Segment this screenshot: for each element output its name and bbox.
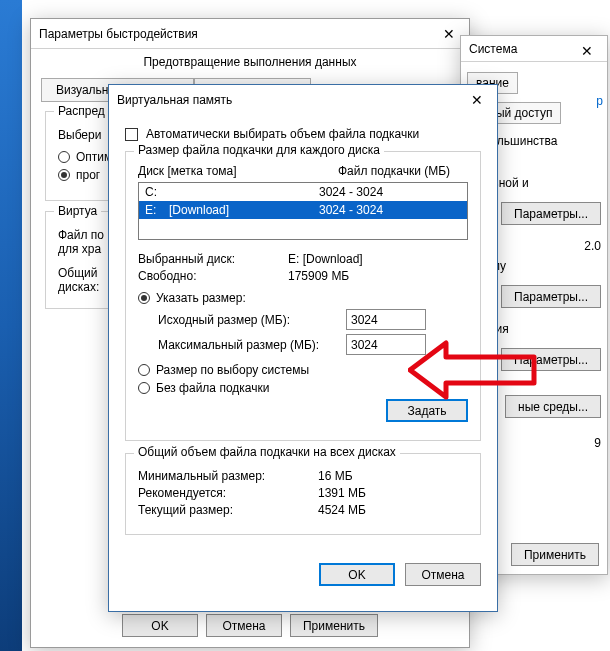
drive-size: 3024 - 3024 <box>299 203 467 217</box>
cur-value: 4524 МБ <box>318 503 366 517</box>
per-drive-group: Размер файла подкачки для каждого диска … <box>125 151 481 441</box>
max-size-row: Максимальный размер (МБ): <box>158 334 468 355</box>
vm-dialog-buttons: OK Отмена <box>109 557 497 586</box>
radio-icon <box>138 364 150 376</box>
cancel-button[interactable]: Отмена <box>405 563 481 586</box>
env-vars-button[interactable]: ные среды... <box>505 395 601 418</box>
set-button[interactable]: Задать <box>386 399 468 422</box>
close-icon[interactable]: ✕ <box>457 85 497 115</box>
initial-size-row: Исходный размер (МБ): <box>158 309 468 330</box>
rec-label: Рекомендуется: <box>138 486 318 500</box>
virtual-memory-dialog: Виртуальная память ✕ Автоматически выбир… <box>108 84 498 612</box>
vm-titlebar: Виртуальная память ✕ <box>109 85 497 115</box>
opt-custom-size[interactable]: Указать размер: <box>138 291 468 305</box>
opt-services-label: прог <box>76 168 100 182</box>
opt-custom-label: Указать размер: <box>156 291 246 305</box>
initial-size-input[interactable] <box>346 309 426 330</box>
max-size-label: Максимальный размер (МБ): <box>158 338 338 352</box>
params-button[interactable]: Параметры... <box>501 202 601 225</box>
dep-header: Предотвращение выполнения данных <box>31 49 469 71</box>
vm-title: Виртуальная память <box>117 93 232 107</box>
selected-drive-label: Выбранный диск: <box>138 252 288 266</box>
radio-icon <box>138 292 150 304</box>
checkbox-icon <box>125 128 138 141</box>
cur-label: Текущий размер: <box>138 503 318 517</box>
free-space-label: Свободно: <box>138 269 288 283</box>
selected-drive-value: E: [Download] <box>288 252 363 266</box>
apply-button[interactable]: Применить <box>290 614 378 637</box>
perf-title: Параметры быстродействия <box>39 27 198 41</box>
opt-system-label: Размер по выбору системы <box>156 363 309 377</box>
drive-size: 3024 - 3024 <box>299 185 467 199</box>
selected-drive-row: Выбранный диск: E: [Download] <box>138 252 468 266</box>
radio-icon <box>138 382 150 394</box>
free-space-row: Свободно: 175909 МБ <box>138 269 468 283</box>
rec-value: 1391 МБ <box>318 486 366 500</box>
col-size: Файл подкачки (МБ) <box>338 164 450 178</box>
drive-label: [Download] <box>169 203 299 217</box>
apply-button[interactable]: Применить <box>511 543 599 566</box>
scheduling-title: Распред <box>54 104 109 118</box>
params-button[interactable]: Параметры... <box>501 285 601 308</box>
opt-system-managed[interactable]: Размер по выбору системы <box>138 363 468 377</box>
vm-group-title: Виртуа <box>54 204 101 218</box>
opt-no-paging[interactable]: Без файла подкачки <box>138 381 468 395</box>
drive-list-header: Диск [метка тома] Файл подкачки (МБ) <box>138 164 468 178</box>
drive-letter: C: <box>139 185 169 199</box>
ok-button[interactable]: OK <box>319 563 395 586</box>
perf-dialog-buttons: OK Отмена Применить <box>31 614 469 637</box>
total-group: Общий объем файла подкачки на всех диска… <box>125 453 481 535</box>
min-label: Минимальный размер: <box>138 469 318 483</box>
drive-row-c[interactable]: C: 3024 - 3024 <box>139 183 467 201</box>
drive-row-e[interactable]: E: [Download] 3024 - 3024 <box>139 201 467 219</box>
min-value: 16 МБ <box>318 469 353 483</box>
max-size-input[interactable] <box>346 334 426 355</box>
sys-titlebar: Система ✕ <box>461 36 607 62</box>
total-group-title: Общий объем файла подкачки на всех диска… <box>134 445 400 459</box>
close-icon[interactable]: ✕ <box>567 36 607 66</box>
ok-button[interactable]: OK <box>122 614 198 637</box>
drive-letter: E: <box>139 203 169 217</box>
drive-list[interactable]: C: 3024 - 3024 E: [Download] 3024 - 3024 <box>138 182 468 240</box>
radio-icon <box>58 151 70 163</box>
radio-icon <box>58 169 70 181</box>
link-fragment[interactable]: р <box>596 94 603 108</box>
auto-manage-label: Автоматически выбирать объем файла подка… <box>146 127 419 141</box>
params-button[interactable]: Параметры... <box>501 348 601 371</box>
col-drive: Диск [метка тома] <box>138 164 298 178</box>
opt-none-label: Без файла подкачки <box>156 381 269 395</box>
desktop-background <box>0 0 22 651</box>
perf-titlebar: Параметры быстродействия ✕ <box>31 19 469 49</box>
cancel-button[interactable]: Отмена <box>206 614 282 637</box>
auto-manage-checkbox[interactable]: Автоматически выбирать объем файла подка… <box>125 127 481 141</box>
sys-title: Система <box>469 42 517 56</box>
free-space-value: 175909 МБ <box>288 269 349 283</box>
per-drive-title: Размер файла подкачки для каждого диска <box>134 143 384 157</box>
initial-size-label: Исходный размер (МБ): <box>158 313 338 327</box>
